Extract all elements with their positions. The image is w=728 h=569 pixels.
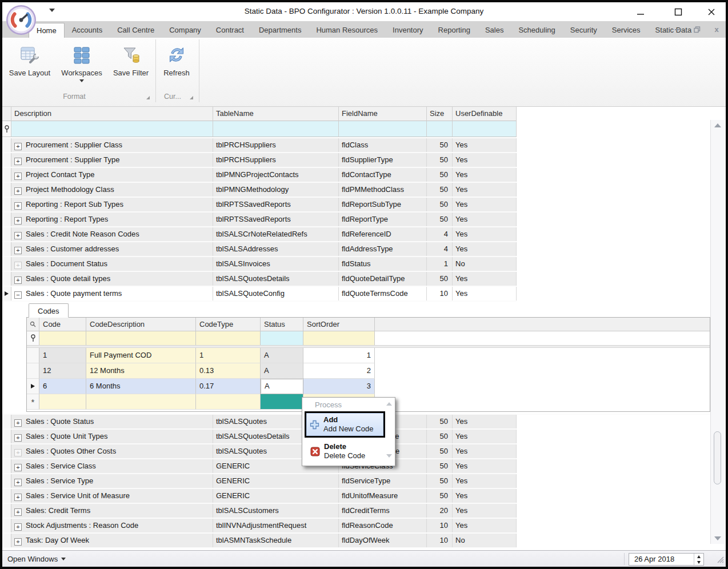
ribbon-restore-button[interactable] xyxy=(690,21,704,38)
table-row[interactable]: +Project Methodology ClasstblPMNGMethodo… xyxy=(2,183,517,198)
tab-departments[interactable]: Departments xyxy=(251,23,309,38)
expand-icon[interactable]: + xyxy=(14,538,22,546)
tab-reporting[interactable]: Reporting xyxy=(431,23,478,38)
table-row[interactable]: +Sales : Customer addressestblSALSAddres… xyxy=(2,242,517,257)
table-row[interactable]: +Sales : Document StatustblSALSInvoicesf… xyxy=(2,257,517,272)
expand-icon[interactable]: + xyxy=(14,419,22,427)
expand-icon[interactable]: + xyxy=(14,247,22,254)
filter-input-sortorder[interactable] xyxy=(303,331,375,345)
date-value[interactable]: 26 Apr 2018 xyxy=(629,554,694,565)
table-row[interactable]: +Project Contact TypetblPMNGProjectConta… xyxy=(2,168,517,183)
dialog-launcher-icon[interactable] xyxy=(146,96,150,99)
filter-input-codetype[interactable] xyxy=(196,331,261,345)
date-spinner[interactable] xyxy=(694,554,703,565)
expand-icon[interactable]: + xyxy=(14,158,22,165)
filter-input-tablename[interactable] xyxy=(213,121,339,137)
ribbon-close-button[interactable]: x xyxy=(710,21,723,38)
expand-icon[interactable]: + xyxy=(14,277,22,284)
table-row[interactable]: +Sales : Quotes Other CoststblSALSQuotes… xyxy=(2,444,517,459)
expand-icon[interactable]: + xyxy=(14,232,22,239)
tab-human-resources[interactable]: Human Resources xyxy=(309,23,385,38)
table-row[interactable]: +Procurement : Supplier TypetblPRCHSuppl… xyxy=(2,153,517,168)
tab-services[interactable]: Services xyxy=(605,23,648,38)
date-editor[interactable]: 26 Apr 2018 xyxy=(629,553,704,566)
filter-input-code[interactable] xyxy=(39,331,86,345)
table-row[interactable]: +Sales: Credit TermstblSALSCustomersfldC… xyxy=(2,504,517,519)
column-header-status[interactable]: Status xyxy=(261,318,303,331)
open-windows-button[interactable]: Open Windows xyxy=(7,555,66,563)
expand-icon[interactable]: + xyxy=(14,479,22,486)
tab-call-centre[interactable]: Call Centre xyxy=(110,23,162,38)
column-header-tablename[interactable]: TableName xyxy=(213,107,339,121)
table-row[interactable]: +Reporting : Report Sub TypestblRPTSSave… xyxy=(2,198,517,213)
filter-input-codedescription[interactable] xyxy=(86,331,196,345)
scrollbar-thumb[interactable] xyxy=(714,431,721,484)
tab-security[interactable]: Security xyxy=(563,23,605,38)
expand-icon[interactable]: + xyxy=(14,494,22,501)
tab-scheduling[interactable]: Scheduling xyxy=(511,23,562,38)
minimize-button[interactable] xyxy=(631,6,650,18)
tab-contract[interactable]: Contract xyxy=(209,23,251,38)
tab-accounts[interactable]: Accounts xyxy=(65,23,110,38)
table-row[interactable]: +Procurement : Supplier ClasstblPRCHSupp… xyxy=(2,138,517,153)
table-row[interactable]: +Sales : Service TypeGENERICfldServiceTy… xyxy=(2,474,517,489)
filter-input-status[interactable] xyxy=(261,331,303,345)
column-header-codetype[interactable]: CodeType xyxy=(196,318,261,331)
vertical-scrollbar[interactable] xyxy=(710,120,724,544)
spin-up-icon[interactable] xyxy=(694,554,703,559)
tab-company[interactable]: Company xyxy=(162,23,209,38)
ribbon-minimize-button[interactable] xyxy=(671,21,685,38)
table-row[interactable]: −Sales : Quote payment termstblSALSQuote… xyxy=(2,287,517,302)
table-row[interactable]: +Sales : Credit Note Reason CodestblSALS… xyxy=(2,227,517,242)
expand-icon[interactable]: + xyxy=(14,173,22,180)
expand-icon[interactable]: + xyxy=(14,434,22,442)
new-row-status-cell[interactable] xyxy=(261,394,303,410)
maximize-button[interactable] xyxy=(669,6,688,18)
scroll-up-icon[interactable] xyxy=(714,123,721,127)
expand-icon[interactable]: + xyxy=(14,523,22,531)
expand-icon[interactable]: + xyxy=(14,202,22,210)
table-row[interactable]: +Reporting : Report TypestblRPTSSavedRep… xyxy=(2,213,517,227)
filter-edit-icon[interactable] xyxy=(2,121,11,137)
table-row[interactable]: +Sales : Service Unit of MeasureGENERICf… xyxy=(2,489,517,504)
table-row[interactable]: +Sales : Quote detail typestblSALSQuotes… xyxy=(2,272,517,287)
table-row[interactable]: +Stock Adjustments : Reason CodetblINVNA… xyxy=(2,519,517,534)
refresh-button[interactable]: Refresh xyxy=(158,41,195,91)
code-row[interactable]: 66 Months0.17A3 xyxy=(27,379,710,394)
table-row[interactable]: +Task: Day Of WeektblASMNTaskSchedulefld… xyxy=(2,534,517,548)
expand-icon[interactable]: + xyxy=(14,187,22,195)
column-header-fieldname[interactable]: FieldName xyxy=(339,107,427,121)
column-header-size[interactable]: Size xyxy=(427,107,453,121)
column-header-codedescription[interactable]: CodeDescription xyxy=(86,318,196,331)
spin-down-icon[interactable] xyxy=(694,559,703,565)
resize-grip[interactable] xyxy=(716,555,724,565)
column-header-code[interactable]: Code xyxy=(39,318,86,331)
column-header-userdefinable[interactable]: UserDefinable xyxy=(453,107,517,121)
filter-input-description[interactable] xyxy=(11,121,213,137)
save-filter-button[interactable]: Save Filter xyxy=(109,41,153,91)
filter-input-size[interactable] xyxy=(427,121,453,137)
filter-input-fieldname[interactable] xyxy=(339,121,427,137)
tab-inventory[interactable]: Inventory xyxy=(385,23,430,38)
filter-input-userdefinable[interactable] xyxy=(453,121,517,137)
close-button[interactable] xyxy=(702,6,721,18)
search-icon[interactable] xyxy=(27,318,39,331)
scroll-down-icon[interactable] xyxy=(714,536,721,540)
workspaces-button[interactable]: Workspaces xyxy=(57,41,106,91)
save-layout-button[interactable]: Save Layout xyxy=(6,41,54,91)
table-row[interactable]: +Sales : Quote StatustblSALSQuotesfldQuo… xyxy=(2,415,517,430)
menu-item-add[interactable]: Add Add New Code xyxy=(306,413,383,436)
workspaces-dropdown-icon[interactable] xyxy=(79,79,84,82)
app-logo-icon[interactable] xyxy=(6,5,37,35)
code-row[interactable]: 1212 Months0.13A2 xyxy=(27,363,710,379)
code-row[interactable]: 1Full Payment COD1A1 xyxy=(27,348,710,363)
expand-icon[interactable]: + xyxy=(14,143,22,150)
expand-icon[interactable]: + xyxy=(14,217,22,225)
filter-edit-icon[interactable] xyxy=(27,331,39,345)
table-row[interactable]: +Sales : Service ClassGENERICfldServiceC… xyxy=(2,459,517,474)
dialog-launcher-icon[interactable] xyxy=(190,96,193,99)
column-header-sortorder[interactable]: SortOrder xyxy=(303,318,375,331)
column-header-description[interactable]: Description xyxy=(11,107,213,121)
collapse-icon[interactable]: − xyxy=(14,291,22,299)
table-row[interactable]: +Sales : Quote Unit TypestblSALSQuotesDe… xyxy=(2,430,517,444)
